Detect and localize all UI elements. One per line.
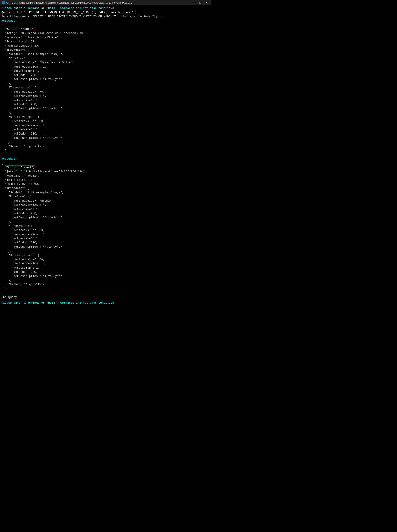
query-line: Query SELECT * FROM DIGITALTWINS T WHERE… — [1, 10, 210, 15]
room0-close-brace: } — [1, 153, 210, 157]
room1-t-ackcode: "ackCode": 200, — [1, 241, 210, 245]
room1-rn-ackcode: "ackCode": 200, — [1, 211, 210, 216]
room1-h-close: }, — [1, 278, 210, 283]
room0-temp-meta-open: "Temperature": { — [1, 86, 210, 90]
room0-metadata-close: } — [1, 149, 210, 153]
room1-temperature: "Temperature": 80, — [1, 178, 210, 182]
room0-temperature: "Temperature": 70, — [1, 40, 210, 44]
room0-t-ackcode: "ackCode": 200, — [1, 103, 210, 107]
room1-etag: "$etag": "1111bbbb-22cc-dddd-ee33-ffffff… — [1, 170, 210, 174]
title-bar-left: C# C:\...\digital-twins-samples-master\A… — [2, 1, 132, 4]
room1-t-ackver: "ackVersion": 1, — [1, 236, 210, 241]
room1-h-desired: "desiredValue": 60, — [1, 258, 210, 262]
close-button[interactable]: ✕ — [204, 1, 209, 5]
room0-h-ackcode: "ackCode": 200, — [1, 132, 210, 136]
minimize-button[interactable]: — — [191, 1, 197, 5]
response-label-2: Response: — [1, 157, 210, 161]
room1-roomname: "RoomName": "Room1", — [1, 174, 210, 178]
room0-open-brace: { — [1, 23, 210, 27]
prompt-line-1: Please enter a command or 'help'. Comman… — [1, 6, 210, 10]
room1-h-ackdesc: "ackDescription": "Auto-Sync" — [1, 274, 210, 278]
maximize-button[interactable]: □ — [197, 1, 203, 5]
room0-t-desired: "desiredValue": 70, — [1, 90, 210, 94]
room0-roomname: "RoomName": "PresidentialSuite", — [1, 36, 210, 40]
room0-h-desired: "desiredValue": 30, — [1, 119, 210, 124]
bottom-prompt-bar: Please enter a command or 'help'. Comman… — [0, 300, 211, 305]
room1-kind: "$kind": "DigitalTwin" — [1, 283, 210, 287]
room0-roomname-meta-open: "RoomName": { — [1, 56, 210, 61]
room0-h-ackdesc: "ackDescription": "Auto-Sync" — [1, 136, 210, 140]
submitting-line: Submitting query: SELECT * FROM DIGITALT… — [1, 15, 210, 19]
room0-h-desiredver: "desiredVersion": 1, — [1, 124, 210, 128]
room1-humidity: "HumidityLevel": 60, — [1, 182, 210, 186]
end-query-line: End Query — [1, 295, 210, 299]
window-controls: — □ ✕ — [191, 1, 209, 5]
room1-t-desired: "desiredValue": 80, — [1, 228, 210, 233]
room1-rn-desiredver: "desiredVersion": 1, — [1, 203, 210, 207]
terminal-window: C# C:\...\digital-twins-samples-master\A… — [0, 0, 211, 305]
room0-dtid-line: "$dtId": "room0", — [1, 27, 210, 31]
room0-kind: "$kind": "DigitalTwin" — [1, 144, 210, 149]
room0-t-ackdesc: "ackDescription": "Auto-Sync" — [1, 107, 210, 111]
room1-t-desiredver: "desiredVersion": 1, — [1, 233, 210, 237]
room0-rn-close: }, — [1, 82, 210, 86]
room0-rn-desired: "desiredValue": "PresidentialSuite", — [1, 61, 210, 65]
room1-dtid-highlight: "$dtId": "room1", — [5, 165, 35, 169]
room0-metadata-open: "$metadata": { — [1, 48, 210, 52]
title-bar-path: C:\...\digital-twins-samples-master\AdtS… — [6, 1, 132, 4]
room1-rn-close: }, — [1, 220, 210, 224]
room1-metadata-close: } — [1, 287, 210, 291]
room0-humidity: "HumidityLevel": 30, — [1, 44, 210, 48]
room0-t-ackver: "ackVersion": 1, — [1, 99, 210, 103]
room0-rn-ackdesc: "ackDescription": "Auto-Sync" — [1, 77, 210, 82]
room0-model: "$model": "dtmi:example:Room;2", — [1, 52, 210, 56]
room1-rn-desired: "desiredValue": "Room1", — [1, 199, 210, 203]
room1-roomname-meta-open: "RoomName": { — [1, 195, 210, 199]
room0-dtid-highlight: "$dtId": "room0", — [5, 27, 35, 31]
room1-temp-meta-open: "Temperature": { — [1, 224, 210, 228]
room0-t-close: }, — [1, 111, 210, 115]
room1-h-desiredver: "desiredVersion": 1, — [1, 262, 210, 266]
room0-etag: "$etag": "0000aaaa-11bb-cccc-dd22-eeeeee… — [1, 31, 210, 36]
room0-h-ackver: "ackVersion": 1, — [1, 128, 210, 132]
response-label-1: Response: — [1, 19, 210, 23]
room0-t-desiredver: "desiredVersion": 1, — [1, 94, 210, 99]
title-bar: C# C:\...\digital-twins-samples-master\A… — [0, 0, 211, 5]
room1-model: "$model": "dtmi:example:Room;2", — [1, 191, 210, 195]
room0-rn-desiredver: "desiredVersion": 1, — [1, 65, 210, 69]
room0-humidity-meta-open: "HumidityLevel": { — [1, 115, 210, 119]
room1-h-ackcode: "ackCode": 200, — [1, 270, 210, 274]
room1-close-brace: } — [1, 291, 210, 295]
room1-t-close: }, — [1, 249, 210, 254]
app-icon: C# — [2, 1, 5, 4]
room0-rn-ackcode: "ackCode": 200, — [1, 73, 210, 78]
room0-h-close: }, — [1, 140, 210, 144]
console-output[interactable]: Please enter a command or 'help'. Comman… — [0, 5, 211, 300]
prompt-line-2: Please enter a command or 'help'. Comman… — [1, 301, 114, 305]
room1-t-ackdesc: "ackDescription": "Auto-Sync" — [1, 245, 210, 249]
room1-rn-ackdesc: "ackDescription": "Auto-Sync" — [1, 216, 210, 220]
room1-h-ackver: "ackVersion": 1, — [1, 266, 210, 270]
room1-rn-ackver: "ackVersion": 1, — [1, 207, 210, 212]
room0-rn-ackver: "ackVersion": 1, — [1, 69, 210, 73]
room1-dtid-line: "$dtId": "room1", — [1, 165, 210, 170]
room1-humidity-meta-open: "HumidityLevel": { — [1, 254, 210, 258]
room1-open-brace: { — [1, 161, 210, 165]
room1-metadata-open: "$metadata": { — [1, 186, 210, 191]
